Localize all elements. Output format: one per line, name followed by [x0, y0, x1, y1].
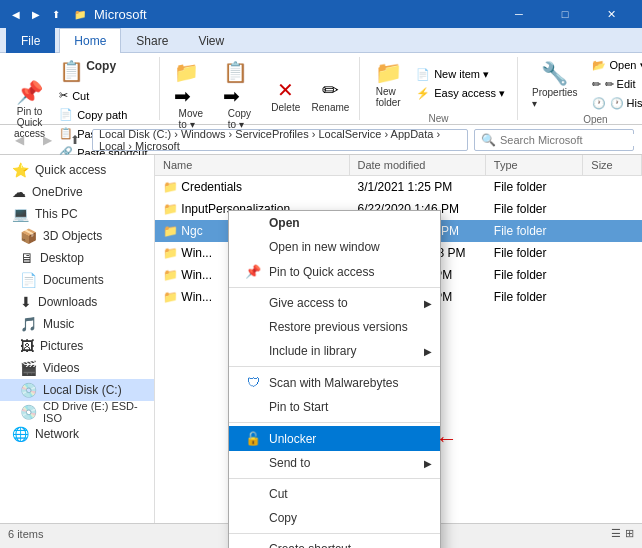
sidebar-item-label: Network: [35, 427, 79, 441]
view-grid-icon[interactable]: ⊞: [625, 527, 634, 540]
sidebar: ⭐ Quick access ☁ OneDrive 💻 This PC 📦 3D…: [0, 155, 155, 523]
sidebar-item-downloads[interactable]: ⬇ Downloads: [0, 291, 154, 313]
pictures-icon: 🖼: [20, 338, 34, 354]
3d-objects-icon: 📦: [20, 228, 37, 244]
sidebar-item-music[interactable]: 🎵 Music: [0, 313, 154, 335]
onedrive-icon: ☁: [12, 184, 26, 200]
properties-icon: 🔧: [541, 61, 568, 87]
ctx-separator-2: [229, 366, 440, 367]
edit-button[interactable]: ✏ ✏ Edit: [588, 76, 642, 93]
folder-row-icon: 📁: [163, 268, 178, 282]
ctx-shortcut-label: Create shortcut: [269, 542, 351, 548]
ctx-cut-label: Cut: [269, 487, 288, 501]
cut-label: Cut: [72, 90, 89, 102]
sidebar-item-onedrive[interactable]: ☁ OneDrive: [0, 181, 154, 203]
file-size: [583, 185, 642, 189]
delete-button[interactable]: ✕ Delete: [266, 75, 306, 116]
copy-path-button[interactable]: 📄 Copy path: [55, 106, 151, 123]
sidebar-item-cd-drive[interactable]: 💿 CD Drive (E:) ESD-ISO: [0, 401, 154, 423]
title-back-icon[interactable]: ◀: [8, 6, 24, 22]
move-to-button[interactable]: 📁➡ Moveto ▾: [168, 57, 213, 133]
table-row[interactable]: 📁 Credentials 3/1/2021 1:25 PM File fold…: [155, 176, 642, 198]
easy-access-button[interactable]: ⚡ Easy access ▾: [412, 85, 509, 102]
tab-view[interactable]: View: [183, 28, 239, 53]
folder-icon: 📁: [72, 6, 88, 22]
sidebar-item-label: OneDrive: [32, 185, 83, 199]
sidebar-item-3d-objects[interactable]: 📦 3D Objects: [0, 225, 154, 247]
minimize-button[interactable]: ─: [496, 0, 542, 28]
ctx-cut[interactable]: Cut: [229, 482, 440, 506]
folder-row-icon: 📁: [163, 246, 178, 260]
ctx-create-shortcut[interactable]: Create shortcut: [229, 537, 440, 548]
ctx-give-access[interactable]: Give access to ▶: [229, 291, 440, 315]
tab-home[interactable]: Home: [59, 28, 121, 53]
ctx-restore-prev[interactable]: Restore previous versions: [229, 315, 440, 339]
ctx-send-to-label: Send to: [269, 456, 310, 470]
sidebar-item-label: 3D Objects: [43, 229, 102, 243]
properties-button[interactable]: 🔧 Properties▾: [526, 58, 584, 112]
history-button[interactable]: 🕐 🕐 History: [588, 95, 642, 112]
ctx-copy[interactable]: Copy: [229, 506, 440, 530]
copy-label: Copy: [86, 59, 116, 73]
sidebar-item-documents[interactable]: 📄 Documents: [0, 269, 154, 291]
open-label: Open ▾: [610, 59, 642, 72]
folder-row-icon: 📁: [163, 202, 178, 216]
sidebar-item-quick-access[interactable]: ⭐ Quick access: [0, 159, 154, 181]
new-item-icon: 📄: [416, 68, 430, 81]
open-button[interactable]: 📂 Open ▾: [588, 57, 642, 74]
file-size: [583, 251, 642, 255]
cut-button[interactable]: ✂ Cut: [55, 87, 151, 104]
col-header-type[interactable]: Type: [486, 155, 584, 175]
ctx-scan-malwarebytes[interactable]: 🛡 Scan with Malwarebytes: [229, 370, 440, 395]
ctx-pin-label: Pin to Quick access: [269, 265, 374, 279]
copy-button[interactable]: 📋 Copy: [55, 57, 151, 85]
sidebar-item-desktop[interactable]: 🖥 Desktop: [0, 247, 154, 269]
open-icon: 📂: [592, 59, 606, 72]
up-button[interactable]: ⬆: [64, 129, 86, 151]
ctx-unlocker[interactable]: 🔓 Unlocker ←: [229, 426, 440, 451]
easy-access-label: Easy access ▾: [434, 87, 505, 100]
ctx-pin-quick-access[interactable]: 📌 Pin to Quick access: [229, 259, 440, 284]
copy-to-button[interactable]: 📋➡ Copyto ▾: [217, 57, 262, 133]
maximize-button[interactable]: □: [542, 0, 588, 28]
new-item-button[interactable]: 📄 New item ▾: [412, 66, 509, 83]
title-up-icon[interactable]: ⬆: [48, 6, 64, 22]
title-forward-icon[interactable]: ▶: [28, 6, 44, 22]
view-list-icon[interactable]: ☰: [611, 527, 621, 540]
forward-button[interactable]: ▶: [36, 129, 58, 151]
ctx-pin-start[interactable]: Pin to Start: [229, 395, 440, 419]
cut-icon: ✂: [59, 89, 68, 102]
context-menu: Open Open in new window 📌 Pin to Quick a…: [228, 210, 441, 548]
ctx-include-library[interactable]: Include in library ▶: [229, 339, 440, 363]
col-header-size[interactable]: Size: [583, 155, 642, 175]
sidebar-item-label: Quick access: [35, 163, 106, 177]
folder-row-icon: 📁: [163, 290, 178, 304]
open-group: 🔧 Properties▾ 📂 Open ▾ ✏ ✏ Edit 🕐 🕐 Hist…: [526, 57, 642, 120]
file-name: 📁 Credentials: [155, 178, 350, 196]
new-folder-button[interactable]: 📁 Newfolder: [368, 57, 408, 111]
ctx-open-new-window[interactable]: Open in new window: [229, 235, 440, 259]
ctx-separator-3: [229, 422, 440, 423]
sidebar-item-local-disk[interactable]: 💿 Local Disk (C:): [0, 379, 154, 401]
sidebar-item-network[interactable]: 🌐 Network: [0, 423, 154, 445]
search-box[interactable]: 🔍: [474, 129, 634, 151]
network-icon: 🌐: [12, 426, 29, 442]
col-header-name[interactable]: Name: [155, 155, 350, 175]
back-button[interactable]: ◀: [8, 129, 30, 151]
ctx-separator-5: [229, 533, 440, 534]
sidebar-item-this-pc[interactable]: 💻 This PC: [0, 203, 154, 225]
col-header-date[interactable]: Date modified: [350, 155, 486, 175]
ctx-send-to[interactable]: Send to ▶: [229, 451, 440, 475]
ctx-pin-icon: 📌: [245, 264, 261, 279]
sidebar-item-pictures[interactable]: 🖼 Pictures: [0, 335, 154, 357]
sidebar-item-videos[interactable]: 🎬 Videos: [0, 357, 154, 379]
address-path[interactable]: Local Disk (C:) › Windows › ServiceProfi…: [92, 129, 468, 151]
sidebar-item-label: Videos: [43, 361, 79, 375]
tab-share[interactable]: Share: [121, 28, 183, 53]
quick-access-icon: ⭐: [12, 162, 29, 178]
search-input[interactable]: [500, 134, 638, 146]
close-button[interactable]: ✕: [588, 0, 634, 28]
tab-file[interactable]: File: [6, 28, 55, 53]
ctx-open[interactable]: Open: [229, 211, 440, 235]
rename-button[interactable]: ✏ Rename: [310, 75, 351, 116]
